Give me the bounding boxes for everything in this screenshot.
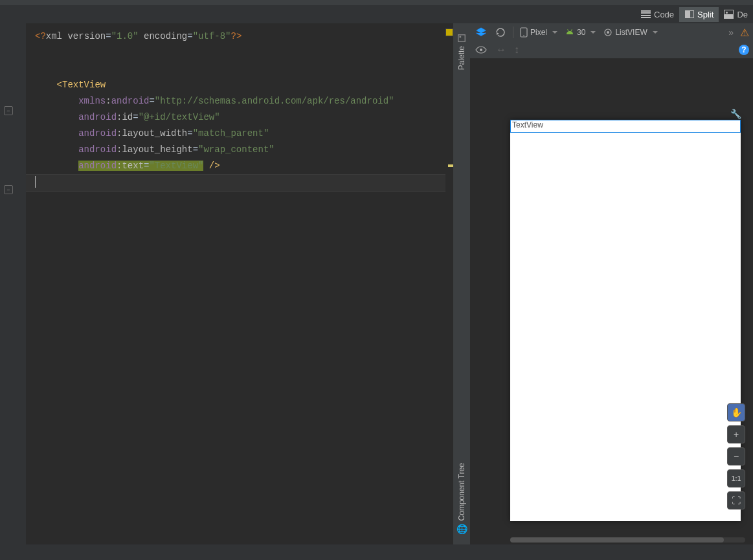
device-artboard[interactable]: TextView <box>510 120 741 521</box>
wrench-icon[interactable]: 🔧 <box>730 109 741 119</box>
lines-icon <box>641 10 651 19</box>
design-canvas[interactable]: 🔧 TextView ✋ + − 1:1 ⛶ <box>470 58 753 544</box>
view-design-button[interactable]: De <box>719 7 753 22</box>
svg-marker-3 <box>497 32 499 35</box>
svg-rect-1 <box>460 36 462 38</box>
warning-marker-icon[interactable] <box>448 164 453 167</box>
textview-component[interactable]: TextView <box>510 120 741 133</box>
palette-icon <box>457 34 466 43</box>
view-design-label: De <box>737 10 748 19</box>
fit-icon: ⛶ <box>732 495 741 506</box>
split-icon <box>684 10 694 19</box>
tool-window-strip: Palette Component Tree 🌐 <box>453 23 470 544</box>
code-content: <?xml version="1.0" encoding="utf-8"?> <… <box>26 28 453 174</box>
help-icon[interactable]: ? <box>739 45 749 55</box>
arrow-horizontal-icon[interactable]: ↔ <box>496 44 506 56</box>
theme-label: ListVIEW <box>615 28 647 37</box>
line-gutter[interactable]: − − <box>0 23 17 544</box>
design-toolbar: Pixel 30 ListVIEW » ⚠ <box>470 23 753 41</box>
fold-strip <box>17 23 26 544</box>
analysis-status-icon[interactable] <box>445 28 453 36</box>
svg-point-5 <box>523 35 524 36</box>
scrollbar-thumb[interactable] <box>510 537 724 543</box>
zoom-actual-button[interactable]: 1:1 <box>727 469 745 487</box>
palette-tab[interactable]: Palette <box>457 23 466 80</box>
text-caret <box>35 176 36 188</box>
theme-icon <box>603 28 613 37</box>
svg-point-10 <box>480 49 482 51</box>
overflow-button[interactable]: » <box>728 27 735 38</box>
svg-point-9 <box>607 31 609 34</box>
code-editor[interactable]: <?xml version="1.0" encoding="utf-8"?> <… <box>26 23 453 544</box>
tabstrip-placeholder <box>0 0 753 5</box>
api-label: 30 <box>577 28 585 37</box>
image-icon <box>724 10 734 19</box>
svg-marker-2 <box>477 28 486 33</box>
component-tree-tab[interactable]: Component Tree 🌐 <box>456 453 467 544</box>
android-icon <box>565 28 574 37</box>
plus-icon: + <box>734 429 739 440</box>
fold-toggle-icon[interactable]: − <box>4 106 13 115</box>
eye-icon <box>475 45 487 55</box>
device-selector[interactable]: Pixel <box>519 26 559 39</box>
component-tree-label: Component Tree <box>457 463 466 521</box>
phone-icon <box>520 27 528 38</box>
error-stripe[interactable] <box>445 23 453 544</box>
theme-selector[interactable]: ListVIEW <box>602 27 658 38</box>
view-mode-bar: Code Split De <box>0 5 753 23</box>
orientation-button[interactable] <box>493 25 508 39</box>
design-preview-pane: Pixel 30 ListVIEW » ⚠ ↔ ↕ <box>470 23 753 544</box>
arrow-vertical-icon[interactable]: ↕ <box>514 44 519 56</box>
pan-hand-button[interactable]: ✋ <box>727 403 745 421</box>
palette-label: Palette <box>457 46 466 70</box>
one-to-one-icon: 1:1 <box>732 475 741 482</box>
svg-line-6 <box>568 30 569 31</box>
layers-icon <box>475 27 487 38</box>
globe-icon: 🌐 <box>456 524 467 534</box>
current-line-highlight <box>26 174 445 192</box>
design-toolbar-secondary: ↔ ↕ ? <box>470 41 753 58</box>
device-label: Pixel <box>530 28 547 37</box>
minus-icon: − <box>734 451 739 462</box>
view-code-button[interactable]: Code <box>636 7 679 22</box>
svg-line-7 <box>571 30 572 31</box>
view-split-label: Split <box>697 10 714 19</box>
horizontal-scrollbar[interactable] <box>510 537 745 543</box>
hand-icon: ✋ <box>731 407 742 418</box>
api-selector[interactable]: 30 <box>564 27 597 38</box>
textview-label: TextView <box>512 120 543 129</box>
svg-rect-0 <box>458 35 466 42</box>
warning-icon[interactable]: ⚠ <box>740 27 749 39</box>
view-code-label: Code <box>654 10 674 19</box>
zoom-in-button[interactable]: + <box>727 425 745 443</box>
zoom-fit-button[interactable]: ⛶ <box>727 491 745 510</box>
zoom-out-button[interactable]: − <box>727 447 745 465</box>
code-editor-pane: − − <?xml version="1.0" encoding="utf-8"… <box>0 23 453 544</box>
view-split-button[interactable]: Split <box>679 7 719 22</box>
fold-toggle-icon[interactable]: − <box>4 185 13 194</box>
zoom-controls: ✋ + − 1:1 ⛶ <box>727 403 745 510</box>
design-surface-button[interactable] <box>474 25 488 39</box>
view-options-button[interactable] <box>474 43 488 56</box>
status-bar <box>0 544 753 560</box>
rotate-icon <box>495 27 506 38</box>
